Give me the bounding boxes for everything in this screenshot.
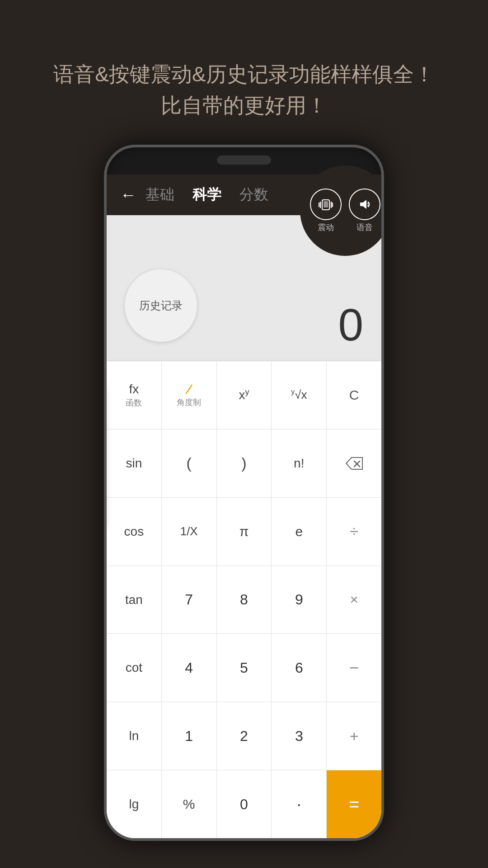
popup-item-cot-inv[interactable]: cot-1 — [104, 497, 104, 524]
key-subtract[interactable]: − — [327, 634, 381, 702]
key-xpowy[interactable]: xy — [217, 361, 272, 429]
key-4[interactable]: 4 — [162, 634, 217, 702]
key-reciprocal[interactable]: 1/X — [162, 498, 217, 566]
key-row-1: sin ( ) n! — [107, 429, 381, 498]
key-cot[interactable]: cot — [107, 634, 162, 702]
key-factorial[interactable]: n! — [272, 429, 327, 497]
svg-marker-6 — [360, 200, 366, 209]
key-row-0: fx 函数 fx-1 反函数 sin-1 cos-1 — [107, 361, 381, 429]
key-lg[interactable]: lg — [107, 770, 162, 838]
key-fx[interactable]: fx 函数 fx-1 反函数 sin-1 cos-1 — [107, 361, 162, 429]
key-row-4: cot 4 5 6 − — [107, 634, 381, 702]
key-row-2: cos 1/X π e ÷ — [107, 498, 381, 566]
vibration-button[interactable]: 震动 — [310, 189, 342, 233]
key-euler[interactable]: e — [272, 498, 327, 566]
key-close-paren[interactable]: ) — [217, 429, 272, 497]
key-sin[interactable]: sin — [107, 429, 162, 497]
key-0[interactable]: 0 — [217, 770, 272, 838]
history-button[interactable]: 历史记录 — [125, 269, 197, 342]
display-number: 0 — [338, 299, 363, 351]
svg-rect-1 — [324, 201, 328, 208]
key-pi[interactable]: π — [217, 498, 272, 566]
tab-science[interactable]: 科学 — [192, 185, 221, 205]
sound-label: 语音 — [357, 222, 373, 233]
key-open-paren[interactable]: ( — [162, 429, 217, 497]
key-5[interactable]: 5 — [217, 634, 272, 702]
key-delete[interactable] — [327, 429, 381, 497]
tab-fraction[interactable]: 分数 — [239, 185, 268, 205]
key-8[interactable]: 8 — [217, 566, 272, 634]
key-1[interactable]: 1 — [162, 702, 217, 770]
nav-icons-overlay: 震动 语音 — [300, 165, 384, 256]
keyboard: fx 函数 fx-1 反函数 sin-1 cos-1 — [107, 361, 381, 838]
svg-line-8 — [368, 205, 369, 206]
popup-item-tan-inv[interactable]: tan-1 — [104, 470, 104, 497]
key-ln[interactable]: ln — [107, 702, 162, 770]
key-3[interactable]: 3 — [272, 702, 327, 770]
key-clear[interactable]: C — [327, 361, 381, 429]
promo-line2: 比自带的更好用！ — [27, 90, 461, 121]
key-9[interactable]: 9 — [272, 566, 327, 634]
key-cos[interactable]: cos — [107, 498, 162, 566]
key-row-6: lg % 0 · = — [107, 770, 381, 838]
key-6[interactable]: 6 — [272, 634, 327, 702]
promo-section: 语音&按键震动&历史记录功能样样俱全！ 比自带的更好用！ — [0, 59, 488, 121]
popup-item-cos-inv[interactable]: cos-1 — [104, 443, 104, 470]
vibration-label: 震动 — [318, 222, 334, 233]
popup-item-fx-inv[interactable]: fx-1 反函数 — [104, 388, 104, 415]
phone-screen: ← 基础 科学 分数 — [107, 175, 381, 838]
key-multiply[interactable]: × — [327, 566, 381, 634]
key-decimal[interactable]: · — [272, 770, 327, 838]
nav-bar: ← 基础 科学 分数 — [107, 175, 381, 215]
key-2[interactable]: 2 — [217, 702, 272, 770]
volume-button — [104, 238, 105, 274]
function-popup: fx-1 反函数 sin-1 cos-1 tan-1 — [104, 384, 104, 528]
key-nroot[interactable]: y√x — [272, 361, 327, 429]
sound-button[interactable]: 语音 — [349, 189, 380, 233]
phone-frame: ← 基础 科学 分数 — [104, 145, 384, 841]
promo-line1: 语音&按键震动&历史记录功能样样俱全！ — [27, 59, 461, 90]
key-tan[interactable]: tan — [107, 566, 162, 634]
tab-basic[interactable]: 基础 — [145, 185, 174, 205]
back-button[interactable]: ← — [120, 185, 136, 204]
key-divide[interactable]: ÷ — [327, 498, 381, 566]
key-row-3: tan 7 8 9 × — [107, 566, 381, 634]
key-7[interactable]: 7 — [162, 566, 217, 634]
key-row-5: ln 1 2 3 + — [107, 702, 381, 770]
sound-icon-circle — [349, 189, 380, 220]
popup-item-sin-inv[interactable]: sin-1 — [104, 415, 104, 443]
key-percent[interactable]: % — [162, 770, 217, 838]
svg-line-7 — [368, 203, 369, 203]
phone-speaker — [217, 156, 271, 165]
vibration-icon-circle — [310, 189, 342, 220]
key-add[interactable]: + — [327, 702, 381, 770]
delete-icon — [345, 457, 363, 470]
key-angle[interactable]: ⁄ 角度制 — [162, 361, 217, 429]
key-equals[interactable]: = — [327, 770, 381, 838]
